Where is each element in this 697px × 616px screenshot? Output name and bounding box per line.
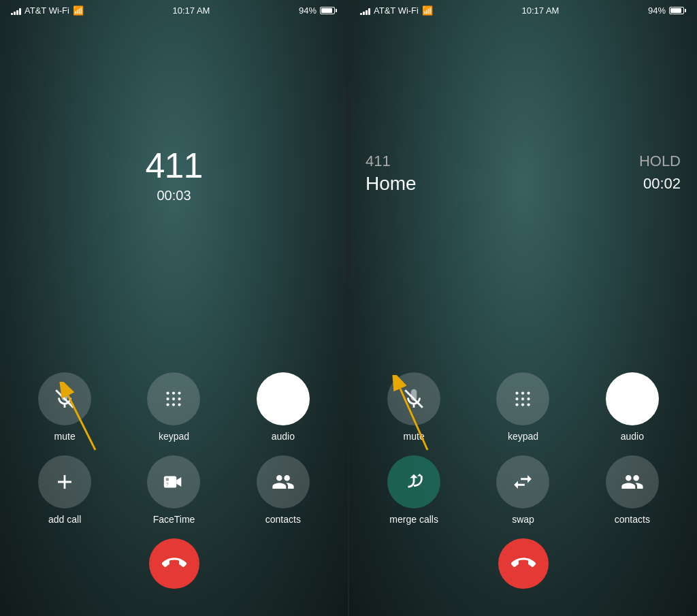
right-swap-label: swap — [512, 514, 534, 525]
svg-point-21 — [528, 398, 530, 400]
left-audio-control[interactable]: audio — [232, 372, 334, 442]
left-contacts-button[interactable] — [257, 455, 310, 508]
right-caller-name: Home — [366, 173, 417, 195]
svg-point-1 — [167, 391, 169, 394]
svg-point-2 — [172, 391, 175, 394]
right-audio-control[interactable]: audio — [581, 372, 683, 442]
left-contacts-control[interactable]: contacts — [232, 455, 334, 525]
right-keypad-button[interactable] — [496, 372, 549, 425]
right-time-label: 10:17 AM — [521, 5, 559, 16]
svg-text:?: ? — [166, 482, 169, 487]
right-arrow-svg — [380, 375, 448, 457]
right-call-row-1: 411 HOLD — [366, 152, 681, 170]
right-mergecalls-button[interactable] — [387, 455, 440, 508]
left-status-left: AT&T Wi-Fi 📶 — [11, 5, 84, 16]
svg-point-5 — [172, 398, 175, 400]
svg-point-16 — [516, 391, 519, 394]
screen-divider — [348, 0, 349, 616]
right-keypad-icon — [511, 387, 534, 410]
svg-line-14 — [68, 395, 95, 450]
left-addcall-label: add call — [48, 514, 81, 525]
right-battery-icon — [669, 7, 686, 14]
left-call-info: 411 00:03 — [0, 18, 348, 372]
right-swap-icon — [511, 470, 534, 493]
left-wifi-icon: 📶 — [73, 5, 84, 16]
svg-line-26 — [400, 389, 427, 450]
left-facetime-label: FaceTime — [153, 514, 195, 525]
svg-point-3 — [178, 391, 181, 394]
left-contacts-label: contacts — [265, 514, 301, 525]
svg-point-24 — [528, 403, 530, 406]
left-signal-icon — [11, 7, 21, 15]
right-status-right: 94% — [648, 5, 686, 16]
left-contacts-icon — [272, 470, 295, 493]
left-end-call-icon — [162, 551, 187, 576]
right-caller-number-1: 411 — [366, 152, 391, 170]
right-status-left: AT&T Wi-Fi 📶 — [360, 5, 433, 16]
right-carrier-label: AT&T Wi-Fi — [374, 5, 419, 16]
right-phone-screen: AT&T Wi-Fi 📶 10:17 AM 94% 411 HOLD Home … — [349, 0, 697, 616]
left-status-right: 94% — [299, 5, 337, 16]
left-facetime-icon: ? — [162, 470, 185, 493]
right-hold-label: HOLD — [639, 152, 681, 170]
right-signal-icon — [360, 7, 370, 15]
left-audio-label: audio — [272, 431, 295, 442]
left-keypad-control[interactable]: keypad — [123, 372, 225, 442]
right-merge-icon — [402, 470, 425, 493]
right-call-info: 411 HOLD Home 00:02 — [349, 18, 697, 372]
right-contacts-icon — [621, 470, 644, 493]
right-audio-label: audio — [621, 431, 644, 442]
svg-point-19 — [516, 398, 519, 400]
left-addcall-control[interactable]: add call — [14, 455, 116, 525]
left-keypad-label: keypad — [159, 431, 189, 442]
svg-point-4 — [167, 398, 169, 400]
svg-point-7 — [167, 403, 169, 406]
left-audio-button[interactable] — [257, 372, 310, 425]
right-mergecalls-label: merge calls — [389, 514, 438, 525]
right-end-call-button[interactable] — [498, 538, 549, 589]
right-mergecalls-control[interactable]: merge calls — [363, 455, 465, 525]
left-caller-number: 411 — [146, 146, 203, 185]
svg-point-23 — [521, 403, 524, 406]
left-time-label: 10:17 AM — [172, 5, 210, 16]
left-end-call-button[interactable] — [149, 538, 199, 589]
right-keypad-label: keypad — [508, 431, 538, 442]
right-contacts-button[interactable] — [606, 455, 659, 508]
right-call-timer: 00:02 — [643, 175, 681, 193]
svg-point-9 — [178, 403, 181, 406]
left-carrier-label: AT&T Wi-Fi — [25, 5, 69, 16]
right-swap-button[interactable] — [496, 455, 549, 508]
left-keypad-button[interactable] — [147, 372, 200, 425]
left-keypad-icon — [162, 387, 185, 410]
right-end-call-icon — [511, 551, 536, 576]
right-call-row-2: Home 00:02 — [366, 173, 681, 195]
right-battery-percent: 94% — [648, 5, 666, 16]
svg-point-20 — [521, 398, 524, 400]
left-phone-screen: AT&T Wi-Fi 📶 10:17 AM 94% 411 00:03 — [0, 0, 348, 616]
right-end-call-area[interactable] — [498, 538, 549, 589]
left-plus-icon — [53, 470, 76, 493]
left-battery-icon — [320, 7, 337, 14]
right-audio-button[interactable] — [606, 372, 659, 425]
left-arrow-annotation — [54, 382, 109, 459]
svg-point-18 — [528, 391, 530, 394]
right-wifi-icon: 📶 — [422, 5, 433, 16]
left-addcall-button[interactable] — [38, 455, 91, 508]
left-status-bar: AT&T Wi-Fi 📶 10:17 AM 94% — [0, 0, 348, 18]
left-speaker-icon — [272, 387, 295, 410]
right-swap-control[interactable]: swap — [472, 455, 574, 525]
left-battery-percent: 94% — [299, 5, 317, 16]
right-keypad-control[interactable]: keypad — [472, 372, 574, 442]
svg-rect-11 — [166, 478, 169, 481]
right-speaker-icon — [621, 387, 644, 410]
left-controls-area: mute keypad — [0, 372, 348, 525]
left-facetime-control[interactable]: ? FaceTime — [123, 455, 225, 525]
right-arrow-annotation — [380, 375, 448, 459]
left-call-timer: 00:03 — [146, 188, 203, 204]
right-contacts-control[interactable]: contacts — [581, 455, 683, 525]
right-contacts-label: contacts — [615, 514, 650, 525]
svg-point-8 — [172, 403, 175, 406]
left-end-call-area[interactable] — [149, 538, 199, 589]
right-status-bar: AT&T Wi-Fi 📶 10:17 AM 94% — [349, 0, 697, 18]
left-facetime-button[interactable]: ? — [147, 455, 200, 508]
